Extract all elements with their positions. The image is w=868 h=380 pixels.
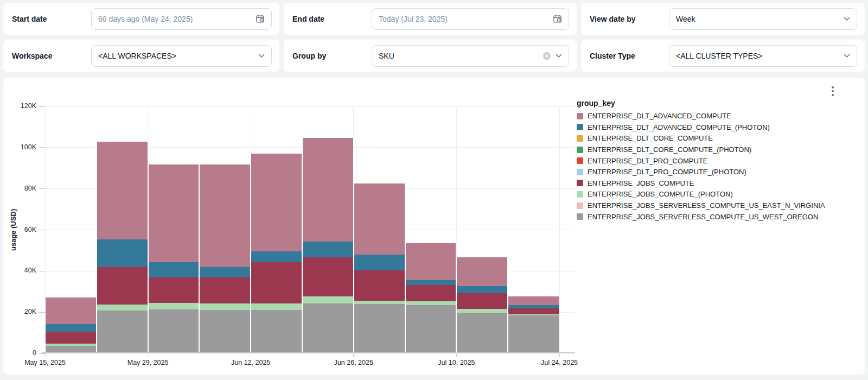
legend-item: ENTERPRISE_DLT_ADVANCED_COMPUTE — [577, 112, 825, 120]
y-tick-mark — [39, 147, 45, 148]
stacked-bar-week-may-29[interactable] — [148, 164, 200, 353]
end-date-label: End date — [292, 15, 372, 23]
x-axis-line — [42, 352, 575, 353]
bar-segment[interactable] — [200, 164, 250, 268]
bar-segment[interactable] — [97, 267, 148, 305]
chart-overflow-menu-button[interactable] — [828, 85, 838, 97]
kebab-vertical-icon — [832, 90, 834, 92]
chevron-down-icon — [258, 54, 265, 58]
stacked-bar-week-may-15[interactable] — [45, 297, 97, 353]
bar-segment[interactable] — [457, 257, 507, 286]
bar-segment[interactable] — [97, 305, 148, 311]
workspace-select[interactable]: <ALL WORKSPACES> — [91, 45, 272, 67]
bar-segment[interactable] — [251, 262, 302, 303]
bar-segment[interactable] — [457, 313, 507, 353]
bar-segment[interactable] — [406, 285, 456, 302]
legend-label: ENTERPRISE_JOBS_COMPUTE — [588, 180, 694, 187]
stacked-bar-week-may-22[interactable] — [97, 141, 148, 353]
bar-segment[interactable] — [200, 267, 250, 277]
bar-segment[interactable] — [457, 286, 507, 293]
bar-segment[interactable] — [149, 277, 199, 303]
group-by-select[interactable]: SKU — [372, 45, 569, 67]
usage-chart-card: usage (USD) 020K40K60K80K100K120K May 15… — [3, 78, 865, 375]
bar-segment[interactable] — [46, 332, 96, 344]
bar-segment[interactable] — [508, 296, 559, 305]
bar-segment[interactable] — [149, 262, 199, 277]
legend-item: ENTERPRISE_JOBS_COMPUTE — [577, 180, 825, 187]
bar-segment[interactable] — [149, 303, 199, 309]
stacked-bar-week-jun-12[interactable] — [251, 153, 302, 353]
bar-segment[interactable] — [508, 315, 559, 353]
stacked-bar-week-jun-26[interactable] — [354, 183, 405, 353]
bar-segment[interactable] — [251, 303, 302, 311]
bar-segment[interactable] — [457, 293, 507, 309]
legend-label: ENTERPRISE_DLT_CORE_COMPUTE — [588, 135, 713, 142]
bar-segment[interactable] — [354, 255, 405, 270]
legend-item: ENTERPRISE_JOBS_SERVERLESS_COMPUTE_US_WE… — [577, 213, 825, 220]
view-date-by-select[interactable]: Week — [669, 8, 857, 30]
bar-segment[interactable] — [251, 310, 302, 353]
x-tick-mark — [251, 354, 251, 357]
bar-segment[interactable] — [406, 301, 456, 305]
bar-segment[interactable] — [200, 277, 250, 303]
bar-segment[interactable] — [303, 296, 353, 303]
legend-item: ENTERPRISE_JOBS_COMPUTE_(PHOTON) — [577, 191, 825, 198]
bar-segment[interactable] — [354, 183, 405, 255]
bar-segment[interactable] — [97, 311, 148, 353]
bar-segment[interactable] — [97, 239, 148, 268]
filter-view-date-by: View date by Week — [581, 3, 865, 35]
bar-segment[interactable] — [354, 270, 405, 301]
y-tick-mark — [39, 106, 45, 107]
bar-segment[interactable] — [200, 303, 250, 310]
stacked-bar-week-jun-19[interactable] — [302, 137, 354, 353]
legend-swatch — [577, 180, 583, 186]
bar-segment[interactable] — [303, 242, 353, 257]
bar-segment[interactable] — [97, 142, 148, 239]
bar-segment[interactable] — [303, 138, 353, 242]
x-tick-label: Jun 26, 2025 — [316, 359, 392, 366]
legend-label: ENTERPRISE_DLT_CORE_COMPUTE_(PHOTON) — [588, 146, 751, 153]
start-date-label: Start date — [12, 15, 91, 23]
calendar-clock-icon[interactable] — [553, 14, 562, 23]
bar-segment[interactable] — [354, 304, 405, 353]
legend-swatch — [577, 135, 583, 142]
stacked-bar-week-jul-17[interactable] — [508, 296, 559, 353]
y-tick-mark — [39, 271, 45, 271]
bar-segment[interactable] — [508, 308, 559, 314]
x-tick-mark — [559, 354, 560, 357]
bar-segment[interactable] — [46, 324, 96, 332]
filter-end-date: End date Today (Jul 23, 2025) — [284, 3, 577, 35]
end-date-input[interactable]: Today (Jul 23, 2025) — [372, 8, 569, 30]
filter-cluster-type: Cluster Type <ALL CLUSTER TYPES> — [581, 40, 865, 72]
filter-workspace: Workspace <ALL WORKSPACES> — [3, 40, 279, 72]
legend-item: ENTERPRISE_DLT_CORE_COMPUTE — [577, 135, 825, 142]
legend-label: ENTERPRISE_DLT_PRO_COMPUTE — [588, 157, 708, 164]
bar-segment[interactable] — [46, 297, 96, 324]
chevron-down-icon — [844, 17, 850, 21]
cluster-type-value: <ALL CLUSTER TYPES> — [676, 52, 763, 60]
stacked-bar-week-jun-5[interactable] — [199, 164, 251, 353]
bar-segment[interactable] — [406, 305, 456, 353]
bar-segment[interactable] — [406, 280, 456, 285]
stacked-bar-week-jul-3[interactable] — [405, 243, 457, 353]
stacked-bar-week-jul-10[interactable] — [456, 257, 508, 353]
cluster-type-select[interactable]: <ALL CLUSTER TYPES> — [669, 45, 857, 67]
bar-segment[interactable] — [406, 243, 456, 280]
bar-segment[interactable] — [303, 257, 353, 296]
legend-swatch — [577, 124, 583, 130]
clear-icon[interactable] — [542, 52, 551, 60]
calendar-clock-icon[interactable] — [256, 14, 265, 23]
bar-segment[interactable] — [457, 309, 507, 313]
plot-area — [42, 106, 575, 353]
y-axis-title: usage (USD) — [8, 106, 18, 353]
start-date-input[interactable]: 60 days ago (May 24, 2025) — [91, 8, 272, 30]
bar-segment[interactable] — [149, 164, 199, 262]
bar-segment[interactable] — [251, 154, 302, 251]
bar-segment[interactable] — [149, 309, 199, 353]
bar-segment[interactable] — [303, 303, 353, 353]
view-date-by-value: Week — [676, 15, 695, 23]
bar-segment[interactable] — [200, 310, 250, 353]
end-date-value: Today (Jul 23, 2025) — [379, 15, 448, 23]
legend-item: ENTERPRISE_DLT_PRO_COMPUTE_(PHOTON) — [577, 168, 825, 176]
bar-segment[interactable] — [251, 251, 302, 262]
